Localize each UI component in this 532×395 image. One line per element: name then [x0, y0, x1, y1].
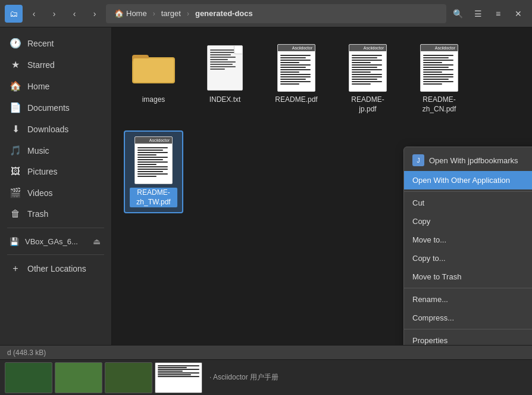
forward2-button[interactable]: › [86, 5, 104, 23]
file-item-readme-zh-cn[interactable]: Asciidoctor [409, 39, 469, 119]
view-button[interactable]: ☰ [469, 5, 487, 23]
music-icon: 🎵 [10, 145, 21, 156]
pdf-icon-readme-jp: Asciidoctor [344, 44, 392, 92]
device-icon: 💾 [10, 237, 19, 246]
bottom-thumb-2 [55, 362, 102, 393]
sidebar-item-music[interactable]: 🎵 Music [2, 140, 109, 161]
device-left: 💾 VBox_GAs_6... [10, 237, 78, 246]
context-open-with-other[interactable]: Open With Other Application [404, 171, 532, 189]
starred-icon: ★ [10, 59, 21, 70]
file-name-readme: README.pdf [275, 95, 317, 105]
file-item-readme-zh-tw[interactable]: Asciidoctor [124, 130, 183, 213]
breadcrumb-target[interactable]: target [155, 7, 187, 20]
content-area: 🕐 Recent ★ Starred 🏠 Home 📄 Documents ⬇ … [0, 27, 532, 345]
home-sidebar-icon: 🏠 [10, 80, 21, 92]
sidebar-item-trash[interactable]: 🗑 Trash [2, 204, 109, 224]
sidebar-item-downloads[interactable]: ⬇ Downloads [2, 119, 109, 139]
pdf-icon-readme-zh-tw: Asciidoctor [130, 136, 177, 184]
sidebar-item-recent[interactable]: 🕐 Recent [2, 33, 109, 54]
back2-button[interactable]: ‹ [65, 5, 83, 23]
context-sep-2 [404, 288, 532, 288]
toolbar-right: 🔍 ☰ ≡ ✕ [449, 5, 527, 23]
pdf-icon-readme: Asciidoctor [273, 44, 320, 92]
sidebar-item-videos[interactable]: 🎬 Videos [2, 182, 109, 203]
documents-icon: 📄 [10, 102, 21, 113]
context-cut[interactable]: Cut Ctrl+X [404, 194, 532, 212]
context-sep-1 [404, 191, 532, 192]
forward-button[interactable]: › [45, 5, 63, 23]
search-button[interactable]: 🔍 [449, 5, 467, 23]
file-name-index: INDEX.txt [209, 95, 241, 105]
pictures-icon: 🖼 [10, 166, 21, 177]
breadcrumb-home[interactable]: 🏠 Home [108, 7, 153, 20]
bottom-strip: · Asciidoctor 用户手册 [0, 359, 532, 395]
file-name-readme-zh-tw: README-zh_TW.pdf [130, 188, 177, 207]
status-file-info: d (448.3 kB) [7, 349, 46, 357]
app-icon-button[interactable]: 🗂 [5, 5, 23, 23]
toolbar: 🗂 ‹ › ‹ › 🏠 Home › target › generated-do… [0, 0, 532, 27]
downloads-icon: ⬇ [10, 123, 21, 135]
context-copy[interactable]: Copy Ctrl+C [404, 212, 532, 231]
other-locations-icon: + [10, 263, 21, 274]
context-move-to[interactable]: Move to... [404, 231, 532, 249]
back-button[interactable]: ‹ [25, 5, 43, 23]
open-jpdf-label-group: J Open With jpdfbookmarks [412, 154, 518, 166]
context-properties[interactable]: Properties Ctrl+I [404, 331, 532, 345]
bottom-thumb-1 [5, 362, 52, 393]
context-sep-3 [404, 329, 532, 329]
recent-icon: 🕐 [10, 38, 21, 49]
sidebar-item-starred[interactable]: ★ Starred [2, 54, 109, 75]
breadcrumb-current[interactable]: generated-docs [189, 7, 259, 20]
bottom-label: · Asciidoctor 用户手册 [209, 372, 278, 382]
context-menu: J Open With jpdfbookmarks Return Open Wi… [403, 147, 532, 345]
home-icon: 🏠 [114, 9, 124, 18]
file-item-images[interactable]: images [124, 39, 183, 119]
file-area: images [112, 27, 532, 345]
folder-icon-images [130, 44, 177, 92]
bottom-thumb-3 [105, 362, 152, 393]
sidebar-item-home[interactable]: 🏠 Home [2, 76, 109, 97]
file-item-readme[interactable]: Asciidoctor [267, 39, 326, 119]
status-bar: d (448.3 kB) [0, 345, 532, 359]
sidebar-item-other-locations[interactable]: + Other Locations [2, 259, 109, 279]
sidebar-device-vbox[interactable]: 💾 VBox_GAs_6... ⏏ [2, 232, 109, 251]
context-rename[interactable]: Rename... F2 [404, 290, 532, 309]
breadcrumb-bar: 🏠 Home › target › generated-docs [106, 4, 446, 23]
file-manager-window: 🗂 ‹ › ‹ › 🏠 Home › target › generated-do… [0, 0, 532, 395]
txt-icon-index [201, 44, 249, 92]
trash-icon: 🗑 [10, 209, 21, 219]
sidebar-divider-2 [7, 254, 104, 255]
file-name-readme-jp: README-jp.pdf [343, 95, 393, 114]
close-button[interactable]: ✕ [509, 5, 527, 23]
eject-button[interactable]: ⏏ [92, 235, 102, 247]
context-compress[interactable]: Compress... [404, 309, 532, 327]
sidebar-divider-1 [7, 228, 104, 228]
sidebar-item-pictures[interactable]: 🖼 Pictures [2, 161, 109, 182]
sidebar: 🕐 Recent ★ Starred 🏠 Home 📄 Documents ⬇ … [0, 27, 112, 345]
file-item-readme-jp[interactable]: Asciidoctor [338, 39, 398, 119]
pdf-icon-readme-zh-cn: Asciidoctor [415, 44, 463, 92]
file-name-images: images [142, 95, 165, 105]
sidebar-item-documents[interactable]: 📄 Documents [2, 97, 109, 118]
file-name-readme-zh-cn: README-zh_CN.pdf [414, 95, 464, 114]
svg-rect-2 [133, 58, 174, 82]
menu-button[interactable]: ≡ [489, 5, 507, 23]
videos-icon: 🎬 [10, 187, 21, 198]
context-open-with-jpdf[interactable]: J Open With jpdfbookmarks Return [404, 150, 532, 171]
jpdf-app-icon: J [412, 154, 424, 166]
context-move-to-trash[interactable]: Move to Trash Delete [404, 268, 532, 286]
bottom-thumb-doc [155, 362, 202, 393]
file-item-index[interactable]: INDEX.txt [195, 39, 255, 119]
context-copy-to[interactable]: Copy to... [404, 249, 532, 268]
